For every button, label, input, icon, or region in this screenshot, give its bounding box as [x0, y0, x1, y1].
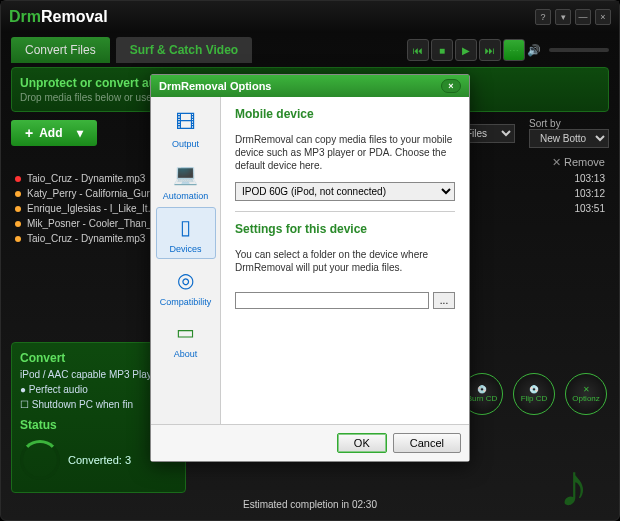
close-button[interactable]: × [595, 9, 611, 25]
prev-button[interactable]: ⏮ [407, 39, 429, 61]
cancel-button[interactable]: Cancel [393, 433, 461, 453]
converted-count: Converted: 3 [68, 454, 131, 466]
file-time: 103:51 [555, 203, 605, 214]
titlebar: DrmRemoval ? ▾ — × [1, 1, 619, 33]
menu-button[interactable]: ▾ [555, 9, 571, 25]
dialog-close-button[interactable]: × [441, 79, 461, 93]
device-folder-input[interactable] [235, 292, 429, 309]
browse-folder-button[interactable]: ... [433, 292, 455, 309]
ipod-icon: ▯ [168, 212, 204, 242]
add-button[interactable]: +Add▾ [11, 120, 97, 146]
mobile-device-header: Mobile device [235, 107, 455, 121]
dialog-titlebar: DrmRemoval Options × [151, 75, 469, 97]
book-icon: ▭ [168, 317, 204, 347]
status-dot [15, 236, 21, 242]
progress-spinner [20, 440, 60, 480]
player-controls: ⏮ ■ ▶ ⏭ ⋯ 🔊 [407, 39, 609, 61]
play-button[interactable]: ▶ [455, 39, 477, 61]
sidebar-item-output[interactable]: 🎞Output [156, 103, 216, 153]
disc-icon: ◎ [168, 265, 204, 295]
tab-surf[interactable]: Surf & Catch Video [116, 37, 252, 63]
sort-box: Sort by New Bottom [529, 118, 609, 148]
dialog-footer: OK Cancel [151, 424, 469, 461]
status-dot [15, 176, 21, 182]
mobile-device-desc: DrmRemoval can copy media files to your … [235, 133, 455, 172]
sidebar-item-devices[interactable]: ▯Devices [156, 207, 216, 259]
device-settings-header: Settings for this device [235, 222, 455, 236]
film-icon: 🎞 [168, 107, 204, 137]
player-menu-button[interactable]: ⋯ [503, 39, 525, 61]
music-note-icon: ♪ [559, 451, 589, 520]
stop-button[interactable]: ■ [431, 39, 453, 61]
volume-slider[interactable] [549, 48, 609, 52]
help-button[interactable]: ? [535, 9, 551, 25]
sidebar-item-about[interactable]: ▭About [156, 313, 216, 363]
ok-button[interactable]: OK [337, 433, 387, 453]
tab-convert[interactable]: Convert Files [11, 37, 110, 63]
status-dot [15, 206, 21, 212]
dialog-main: Mobile device DrmRemoval can copy media … [221, 97, 469, 424]
sort-label: Sort by [529, 118, 609, 129]
next-button[interactable]: ⏭ [479, 39, 501, 61]
sidebar-item-compatibility[interactable]: ◎Compatibility [156, 261, 216, 311]
status-dot [15, 221, 21, 227]
speaker-icon: 🔊 [527, 44, 541, 57]
tab-row: Convert Files Surf & Catch Video ⏮ ■ ▶ ⏭… [1, 33, 619, 67]
options-dialog: DrmRemoval Options × 🎞Output 💻Automation… [150, 74, 470, 462]
device-settings-desc: You can select a folder on the device wh… [235, 248, 455, 274]
dialog-sidebar: 🎞Output 💻Automation ▯Devices ◎Compatibil… [151, 97, 221, 424]
sort-select[interactable]: New Bottom [529, 129, 609, 148]
file-time: 103:12 [555, 188, 605, 199]
file-time: 103:13 [555, 173, 605, 184]
device-select[interactable]: IPOD 60G (iPod, not connected) [235, 182, 455, 201]
sidebar-item-automation[interactable]: 💻Automation [156, 155, 216, 205]
dialog-title: DrmRemoval Options [159, 80, 271, 92]
laptop-icon: 💻 [168, 159, 204, 189]
eta-label: Estimated completion in 02:30 [11, 499, 609, 510]
status-dot [15, 191, 21, 197]
minimize-button[interactable]: — [575, 9, 591, 25]
app-logo: DrmRemoval [9, 8, 108, 26]
remove-button[interactable]: ✕ Remove [552, 156, 605, 169]
